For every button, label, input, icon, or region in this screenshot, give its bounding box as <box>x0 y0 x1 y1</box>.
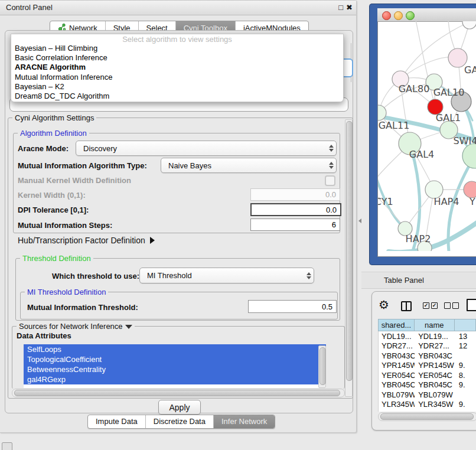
table-cell: YDL19... <box>415 332 455 341</box>
unselect-all-icon[interactable] <box>444 302 451 309</box>
mi-algorithm-type-combobox[interactable]: Naive Bayes <box>161 158 337 173</box>
dpi-tolerance-field[interactable]: 0.0 <box>250 203 341 216</box>
mac-close-button[interactable] <box>382 11 391 20</box>
panel-splitter-arrow[interactable] <box>358 219 361 223</box>
scrollbar-thumb[interactable] <box>319 347 326 385</box>
gear-icon[interactable]: ⚙ <box>379 299 389 311</box>
aracne-mode-combobox[interactable]: Discovery <box>76 141 337 156</box>
table-cell: 9. <box>455 361 476 370</box>
node-salmon[interactable] <box>464 181 476 198</box>
node-label: GCY1 <box>378 196 393 207</box>
settings-vertical-scrollbar[interactable] <box>345 119 353 397</box>
table-row[interactable]: YDR27...YDR27...12 <box>379 341 476 351</box>
node-label: GAL80 <box>399 83 430 94</box>
dropdown-item[interactable]: Basic Correlation Inference <box>11 53 343 63</box>
dropdown-item[interactable]: Bayesian – K2 <box>11 82 343 92</box>
attribute-item[interactable]: BetweennessCentrality <box>24 364 326 374</box>
network-window-titlebar <box>377 8 476 22</box>
dropdown-item[interactable]: Dream8 DC_TDC Algorithm <box>11 92 343 101</box>
mac-minimize-button[interactable] <box>394 11 403 20</box>
tab-infer-network[interactable]: Infer Network <box>213 415 275 428</box>
attribute-item[interactable]: TopologicalCoefficient <box>24 354 326 364</box>
kernel-width-label: Kernel Width (0,1): <box>18 191 86 200</box>
close-icon[interactable]: ✖ <box>346 3 353 12</box>
table-cell: YPR145W <box>415 361 455 370</box>
column-header[interactable] <box>455 319 476 331</box>
node-label: SWI4 <box>454 135 476 146</box>
node-partial-top[interactable] <box>462 21 476 29</box>
chevron-up-down-icon <box>327 162 336 169</box>
table-row[interactable]: YIL052CYIL052C9. <box>379 409 476 412</box>
select-all-check-icon[interactable]: ✓ <box>431 302 438 309</box>
which-threshold-combobox[interactable]: MI Threshold <box>139 268 314 283</box>
tab-discretize-data[interactable]: Discretize Data <box>145 415 213 428</box>
mi-steps-field[interactable]: 6 <box>250 219 340 231</box>
select-all-check-icon[interactable]: ✓ <box>423 302 429 309</box>
tab-label: Impute Data <box>96 417 138 426</box>
node-label: GAL <box>464 64 476 76</box>
triangle-right-icon[interactable] <box>150 237 155 244</box>
screen: Control Panel □ ✖ NetworkStyleSelectCyni… <box>0 0 476 450</box>
mi-steps-label: Mutual Information Steps: <box>18 221 112 230</box>
node-label: GAL11 <box>379 120 410 131</box>
attribute-item[interactable]: SelfLoops <box>24 344 326 354</box>
table-cell: YDL19... <box>379 332 415 341</box>
algorithm-dropdown-popup: Select algorithm to view settings Bayesi… <box>11 34 344 102</box>
panel-title: Control Panel <box>6 3 53 12</box>
table-panel-title: Table Panel <box>384 276 424 285</box>
table-cell: YBR045C <box>415 380 455 389</box>
column-header[interactable]: shared... <box>378 319 415 331</box>
settings-horizontal-scrollbar[interactable] <box>12 389 345 397</box>
dropdown-items: Bayesian – Hill ClimbingBasic Correlatio… <box>11 44 343 101</box>
hub-definition-label: Hub/Transcription Factor Definition <box>18 236 145 245</box>
float-icon[interactable]: □ <box>338 3 343 12</box>
table-row[interactable]: YBL079WYBL079W <box>379 390 476 400</box>
table-cell: 8. <box>455 371 476 380</box>
table-row[interactable]: YLR345WYLR345W9. <box>379 400 476 410</box>
kernel-width-field[interactable]: 0.0 <box>250 188 340 201</box>
scrollbar-thumb[interactable] <box>14 390 340 396</box>
table-cell: 9. <box>455 380 476 389</box>
table-row[interactable]: YPR145WYPR145W9. <box>379 361 476 371</box>
dpi-tolerance-label: DPI Tolerance [0,1]: <box>18 206 89 214</box>
attribute-item[interactable]: gal4RGexp <box>24 374 326 384</box>
network-canvas[interactable]: GALGAL80GAL10GAL1GAL11SWI4GAL4GCY1HAP4YH… <box>378 21 476 251</box>
mi-threshold-value: 0.5 <box>322 302 332 311</box>
table-cell: YPR145W <box>379 361 415 370</box>
table-cell: YDR27... <box>379 341 415 350</box>
apply-button[interactable]: Apply <box>158 400 201 415</box>
manual-kernel-width-checkbox[interactable] <box>325 175 335 186</box>
dropdown-item[interactable]: Mutual Information Inference <box>11 73 343 82</box>
cyni-mode-tabs: Impute DataDiscretize DataInfer Network <box>87 415 275 429</box>
scrollbar-thumb[interactable] <box>346 121 353 381</box>
hub-definition-section[interactable]: Hub/Transcription Factor Definition <box>18 236 155 245</box>
window-grip[interactable] <box>2 442 12 450</box>
table-cell: YLR345W <box>379 400 415 409</box>
node-label: GAL4 <box>409 149 434 160</box>
table-cell: YIL052C <box>379 410 415 412</box>
table-row[interactable]: YBR043CYBR043C <box>379 351 476 361</box>
columns-icon[interactable] <box>401 301 412 311</box>
column-header[interactable]: name <box>415 319 455 331</box>
table-cell: YBL079W <box>415 390 455 399</box>
dpi-tolerance-value: 0.0 <box>326 206 337 214</box>
manual-kernel-width-label: Manual Kernel Width Definition <box>18 176 131 185</box>
table-cell: YBR045C <box>379 380 415 389</box>
dropdown-item[interactable]: Bayesian – Hill Climbing <box>11 44 343 53</box>
export-table-icon[interactable] <box>467 299 476 311</box>
table-row[interactable]: YBR045CYBR045C9. <box>379 380 476 390</box>
node-label: Y <box>469 196 475 207</box>
node-big-green[interactable] <box>462 144 476 168</box>
dropdown-item[interactable]: ARACNE Algorithm <box>11 63 343 72</box>
tab-impute-data[interactable]: Impute Data <box>88 415 145 428</box>
table-row[interactable]: YER054CYER054C8. <box>379 370 476 380</box>
table-cell: YBR043C <box>415 351 455 360</box>
mi-threshold-field[interactable]: 0.5 <box>248 300 337 313</box>
attributes-scrollbar[interactable] <box>318 345 326 388</box>
table-row[interactable]: YDL19...YDL19...13 <box>379 331 476 341</box>
scrollbar-thumb[interactable] <box>380 413 474 420</box>
mac-zoom-button[interactable] <box>406 11 415 20</box>
unselect-all-icon[interactable] <box>452 302 459 309</box>
table-cell: YDR27... <box>415 341 455 350</box>
table-horizontal-scrollbar[interactable] <box>378 412 476 421</box>
